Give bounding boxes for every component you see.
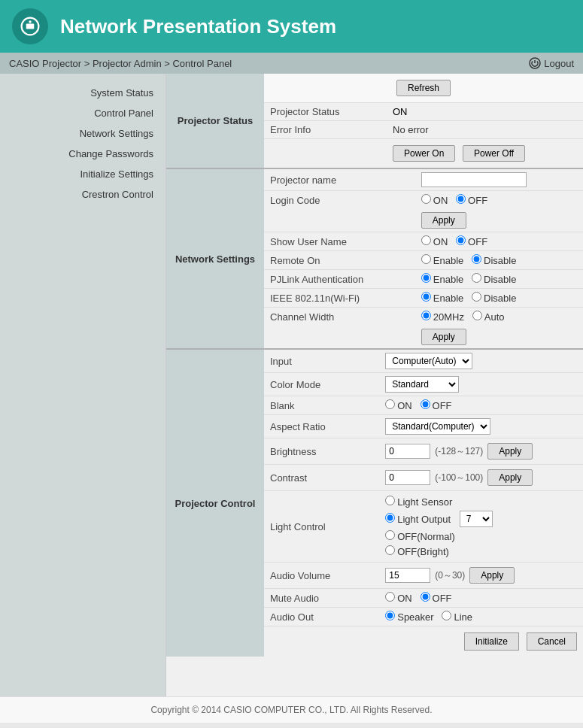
light-off-bright-radio[interactable]: [385, 545, 395, 555]
audio-line-label[interactable]: Line: [442, 611, 472, 623]
sidebar-item-crestron-control[interactable]: Crestron Control: [0, 184, 165, 205]
mute-audio-label: Mute Audio: [264, 589, 379, 608]
blank-off-radio[interactable]: [421, 399, 430, 409]
login-code-off-radio[interactable]: [456, 194, 466, 204]
login-code-off-label[interactable]: OFF: [456, 195, 487, 206]
show-user-name-off-label[interactable]: OFF: [456, 236, 487, 247]
audio-volume-label: Audio Volume: [264, 563, 379, 589]
ieee-disable-label[interactable]: Disable: [472, 293, 516, 304]
blank-on-label[interactable]: ON: [385, 400, 412, 411]
login-code-on-label[interactable]: ON: [421, 195, 448, 206]
show-user-name-off-radio[interactable]: [456, 235, 466, 245]
input-select[interactable]: Computer(Auto) Video S-Video HDMI MHL: [385, 353, 472, 369]
pjlink-disable-label[interactable]: Disable: [472, 274, 516, 285]
audio-line-radio[interactable]: [442, 611, 451, 620]
contrast-range: (-100～100): [435, 472, 483, 484]
ieee-disable-radio[interactable]: [472, 292, 481, 302]
ieee-enable-label[interactable]: Enable: [421, 293, 463, 304]
error-info-value: No error: [387, 121, 583, 139]
channel-20mhz-radio[interactable]: [421, 311, 431, 320]
ieee-enable-radio[interactable]: [421, 292, 431, 302]
login-code-label: Login Code: [264, 191, 415, 210]
projector-name-input[interactable]: [421, 172, 527, 187]
pjlink-enable-label[interactable]: Enable: [421, 274, 463, 285]
contrast-apply-button[interactable]: Apply: [487, 469, 533, 486]
color-mode-select[interactable]: Standard Presentation Theater Photo Game: [385, 376, 459, 393]
light-off-normal-radio[interactable]: [385, 530, 395, 540]
contrast-label: Contrast: [264, 465, 379, 491]
projector-status-field-label: Projector Status: [264, 103, 387, 121]
logo-icon: [20, 16, 41, 37]
channel-20mhz-label[interactable]: 20MHz: [421, 311, 464, 323]
power-on-button[interactable]: Power On: [393, 145, 455, 162]
header: Network Presentation System: [0, 0, 583, 53]
blank-label: Blank: [264, 396, 379, 415]
light-off-normal-row: OFF(Normal): [385, 530, 577, 542]
sidebar-item-change-passwords[interactable]: Change Passwords: [0, 144, 165, 164]
network-settings-label: Network Settings: [166, 168, 264, 348]
audio-volume-input[interactable]: [385, 568, 430, 583]
projector-name-row: Network Settings Projector name: [166, 168, 583, 191]
sidebar-item-control-panel[interactable]: Control Panel: [0, 103, 165, 123]
show-user-name-on-radio[interactable]: [421, 235, 431, 245]
sidebar-item-system-status[interactable]: System Status: [0, 83, 165, 103]
logout-button[interactable]: Logout: [529, 57, 574, 69]
channel-auto-radio[interactable]: [472, 311, 482, 320]
svg-rect-1: [26, 24, 35, 29]
ieee-label: IEEE 802.11n(Wi-Fi): [264, 289, 415, 308]
power-off-button[interactable]: Power Off: [463, 145, 525, 162]
light-output-radio-label[interactable]: Light Output: [385, 513, 451, 525]
remote-on-disable-label[interactable]: Disable: [472, 255, 516, 266]
light-off-normal-label[interactable]: OFF(Normal): [385, 530, 455, 542]
blank-on-radio[interactable]: [385, 399, 395, 409]
input-row: Projector Control Input Computer(Auto) V…: [166, 349, 583, 373]
projector-control-section: Projector Control Input Computer(Auto) V…: [166, 348, 583, 657]
mute-audio-on-radio[interactable]: [385, 592, 395, 602]
contrast-input[interactable]: [385, 470, 430, 485]
blank-off-label[interactable]: OFF: [421, 400, 452, 411]
light-output-select[interactable]: 7 1234568910: [460, 511, 493, 527]
projector-status-value: ON: [387, 103, 583, 121]
cancel-button[interactable]: Cancel: [527, 632, 577, 651]
brightness-label: Brightness: [264, 438, 379, 465]
mute-audio-off-label[interactable]: OFF: [421, 593, 452, 604]
pjlink-enable-radio[interactable]: [421, 273, 431, 283]
sidebar-item-network-settings[interactable]: Network Settings: [0, 123, 165, 144]
login-code-on-radio[interactable]: [421, 194, 431, 204]
mute-audio-on-label[interactable]: ON: [385, 593, 412, 604]
light-sensor-label[interactable]: Light Sensor: [385, 496, 452, 508]
aspect-ratio-label: Aspect Ratio: [264, 415, 379, 438]
light-control-label: Light Control: [264, 491, 379, 563]
initialize-button[interactable]: Initialize: [464, 632, 519, 651]
sidebar-item-initialize-settings[interactable]: Initialize Settings: [0, 164, 165, 184]
light-off-bright-row: OFF(Bright): [385, 545, 577, 557]
channel-auto-label[interactable]: Auto: [472, 311, 505, 323]
light-output-row: Light Output 7 1234568910: [385, 511, 577, 527]
show-user-name-on-label[interactable]: ON: [421, 236, 448, 247]
light-output-radio[interactable]: [385, 513, 395, 523]
breadcrumb: CASIO Projector > Projector Admin > Cont…: [9, 58, 232, 69]
logo: [12, 8, 48, 44]
error-info-label: Error Info: [264, 121, 387, 139]
audio-speaker-label[interactable]: Speaker: [385, 611, 433, 623]
brightness-input[interactable]: [385, 444, 430, 459]
network-apply2-button[interactable]: Apply: [421, 329, 466, 345]
network-apply-button[interactable]: Apply: [421, 212, 466, 229]
audio-volume-apply-button[interactable]: Apply: [469, 567, 515, 584]
projector-control-label: Projector Control: [166, 349, 264, 657]
svg-point-2: [29, 20, 32, 23]
mute-audio-off-radio[interactable]: [421, 592, 430, 602]
pjlink-disable-radio[interactable]: [472, 273, 481, 283]
brightness-apply-button[interactable]: Apply: [487, 443, 533, 460]
light-sensor-radio[interactable]: [385, 496, 395, 505]
content-area: Projector Status Refresh Projector Statu…: [165, 74, 583, 696]
remote-on-enable-radio[interactable]: [421, 254, 431, 264]
remote-on-disable-radio[interactable]: [472, 254, 481, 264]
aspect-ratio-select[interactable]: Standard(Computer) 4:3 16:9 16:10 Full: [385, 418, 490, 435]
network-settings-section: Network Settings Projector name Login Co…: [166, 168, 583, 348]
audio-speaker-radio[interactable]: [385, 611, 395, 620]
light-off-bright-label[interactable]: OFF(Bright): [385, 545, 449, 557]
refresh-button[interactable]: Refresh: [396, 80, 451, 96]
color-mode-label: Color Mode: [264, 373, 379, 396]
remote-on-enable-label[interactable]: Enable: [421, 255, 463, 266]
